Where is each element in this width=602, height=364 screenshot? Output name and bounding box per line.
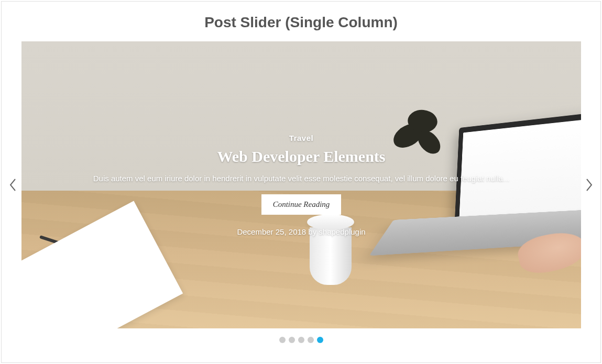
slide-content: Travel Web Developer Elements Duis autem… [21, 41, 581, 328]
next-arrow-button[interactable] [581, 174, 597, 195]
by-label: by [306, 227, 319, 236]
slide-date: December 25, 2018 [237, 227, 306, 236]
pagination-dot-2[interactable] [289, 337, 295, 343]
slider-wrapper: Travel Web Developer Elements Duis autem… [2, 41, 600, 328]
slide-meta: December 25, 2018 by shapedplugin [237, 227, 365, 236]
pagination-dot-3[interactable] [298, 337, 304, 343]
chevron-left-icon [8, 178, 18, 192]
pagination-dot-1[interactable] [279, 337, 286, 343]
slider-container: Post Slider (Single Column) [1, 1, 601, 363]
slide-category[interactable]: Travel [289, 134, 313, 142]
page-title: Post Slider (Single Column) [2, 2, 600, 41]
pagination-dots [2, 328, 600, 343]
pagination-dot-5[interactable] [317, 337, 323, 343]
chevron-right-icon [584, 178, 594, 192]
prev-arrow-button[interactable] [5, 174, 21, 195]
pagination-dot-4[interactable] [308, 337, 314, 343]
slide-title[interactable]: Web Developer Elements [217, 148, 385, 166]
continue-reading-button[interactable]: Continue Reading [261, 194, 342, 215]
slide-author[interactable]: shapedplugin [319, 227, 365, 236]
slide: Travel Web Developer Elements Duis autem… [21, 41, 581, 328]
slide-excerpt: Duis autem vel eum iriure dolor in hendr… [93, 174, 510, 183]
